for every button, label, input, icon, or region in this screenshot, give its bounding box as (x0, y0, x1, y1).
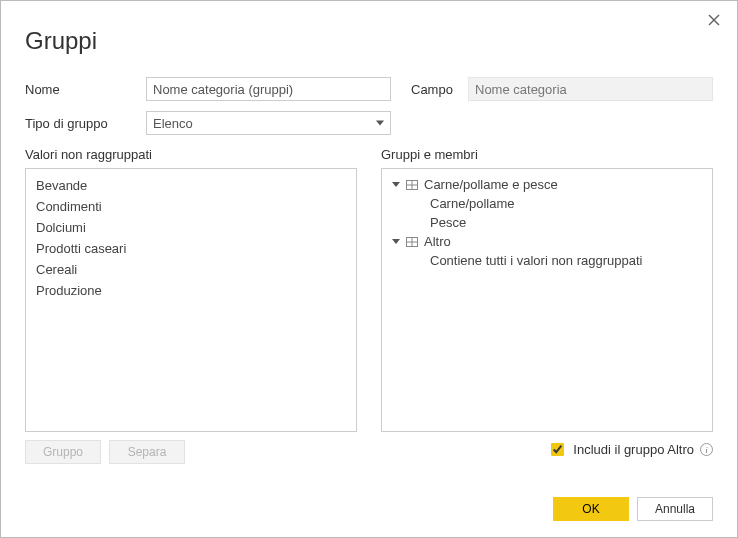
field-label: Campo (397, 82, 462, 97)
ungroup-button[interactable]: Separa (109, 440, 185, 464)
group-type-value: Elenco (153, 116, 193, 131)
ungrouped-listbox[interactable]: BevandeCondimentiDolciumiProdotti casear… (25, 168, 357, 432)
dialog-title: Gruppi (25, 27, 713, 55)
groups-header: Gruppi e membri (381, 147, 713, 162)
list-item[interactable]: Produzione (36, 280, 346, 301)
expand-icon (392, 182, 400, 187)
list-item[interactable]: Dolciumi (36, 217, 346, 238)
list-item[interactable]: Bevande (36, 175, 346, 196)
info-icon[interactable]: i (700, 443, 713, 456)
group-icon (406, 180, 418, 190)
groups-treebox[interactable]: Carne/pollame e pesceCarne/pollamePesceA… (381, 168, 713, 432)
group-name-label: Altro (424, 234, 451, 249)
group-icon (406, 237, 418, 247)
tree-child-node[interactable]: Pesce (430, 213, 702, 232)
field-value: Nome categoria (468, 77, 713, 101)
ok-button[interactable]: OK (553, 497, 629, 521)
expand-icon (392, 239, 400, 244)
list-item[interactable]: Prodotti caseari (36, 238, 346, 259)
close-button[interactable] (705, 11, 723, 29)
tree-group-node[interactable]: Altro (392, 232, 702, 251)
tree-group-node[interactable]: Carne/pollame e pesce (392, 175, 702, 194)
group-type-label: Tipo di gruppo (25, 116, 140, 131)
group-button[interactable]: Gruppo (25, 440, 101, 464)
ungrouped-header: Valori non raggruppati (25, 147, 357, 162)
include-other-checkbox[interactable] (551, 443, 564, 456)
name-label: Nome (25, 82, 140, 97)
group-type-select[interactable]: Elenco (146, 111, 391, 135)
include-other-label: Includi il gruppo Altro (573, 442, 694, 457)
cancel-button[interactable]: Annulla (637, 497, 713, 521)
tree-child-node[interactable]: Contiene tutti i valori non raggruppati (430, 251, 702, 270)
chevron-down-icon (376, 121, 384, 126)
tree-child-node[interactable]: Carne/pollame (430, 194, 702, 213)
list-item[interactable]: Cereali (36, 259, 346, 280)
name-input[interactable] (146, 77, 391, 101)
close-icon (708, 14, 720, 26)
groups-dialog: Gruppi Nome Campo Nome categoria Tipo di… (0, 0, 738, 538)
group-name-label: Carne/pollame e pesce (424, 177, 558, 192)
list-item[interactable]: Condimenti (36, 196, 346, 217)
